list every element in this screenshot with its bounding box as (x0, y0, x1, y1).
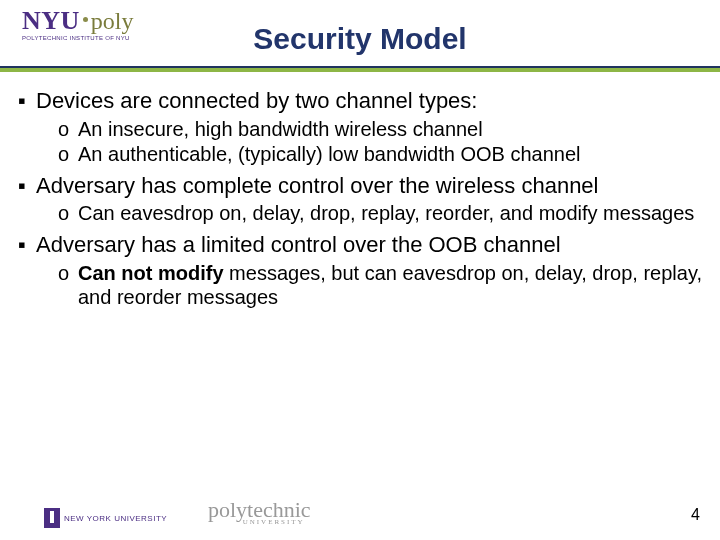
bullet-3-text: Adversary has a limited control over the… (36, 232, 702, 259)
circle-o-icon: o (58, 117, 78, 141)
nyu-badge-label: NEW YORK UNIVERSITY (64, 514, 167, 523)
rule-green-line (0, 68, 720, 72)
bullet-1-sub-1-text: An insecure, high bandwidth wireless cha… (78, 117, 702, 141)
square-bullet-icon: ▪ (18, 173, 36, 200)
bullet-2: ▪ Adversary has complete control over th… (18, 173, 702, 200)
slide-footer: NEW YORK UNIVERSITY polytechnic UNIVERSI… (0, 498, 720, 528)
bullet-1-sub-1: o An insecure, high bandwidth wireless c… (58, 117, 702, 141)
slide: NYU poly POLYTECHNIC INSTITUTE OF NYU Se… (0, 0, 720, 540)
circle-o-icon: o (58, 201, 78, 225)
bullet-2-text: Adversary has complete control over the … (36, 173, 702, 200)
slide-content: ▪ Devices are connected by two channel t… (18, 82, 702, 310)
bullet-3-sub-1-text: Can not modify messages, but can eavesdr… (78, 261, 702, 310)
bullet-1-text: Devices are connected by two channel typ… (36, 88, 702, 115)
polytechnic-logo-bottom: polytechnic UNIVERSITY (208, 499, 311, 526)
page-number: 4 (691, 506, 700, 524)
bold-prefix: Can not modify (78, 262, 224, 284)
bullet-3-sub-1: o Can not modify messages, but can eaves… (58, 261, 702, 310)
slide-title: Security Model (0, 22, 720, 56)
logo-dot-icon (83, 17, 88, 22)
nyu-badge: NEW YORK UNIVERSITY (44, 508, 167, 528)
square-bullet-icon: ▪ (18, 232, 36, 259)
title-rule (0, 66, 720, 72)
torch-icon (44, 508, 60, 528)
bullet-1: ▪ Devices are connected by two channel t… (18, 88, 702, 115)
bullet-1-sub-2-text: An authenticable, (typically) low bandwi… (78, 142, 702, 166)
bullet-1-sub-2: o An authenticable, (typically) low band… (58, 142, 702, 166)
square-bullet-icon: ▪ (18, 88, 36, 115)
circle-o-icon: o (58, 261, 78, 310)
bullet-2-sub-1: o Can eavesdrop on, delay, drop, replay,… (58, 201, 702, 225)
bullet-3: ▪ Adversary has a limited control over t… (18, 232, 702, 259)
bullet-2-sub-1-text: Can eavesdrop on, delay, drop, replay, r… (78, 201, 702, 225)
circle-o-icon: o (58, 142, 78, 166)
